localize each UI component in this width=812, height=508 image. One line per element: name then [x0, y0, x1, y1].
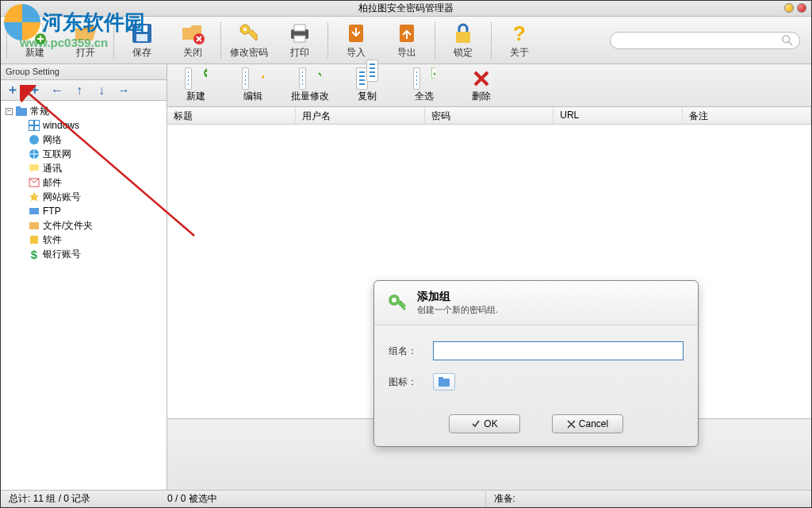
- dollar-icon: $: [28, 248, 40, 260]
- svg-rect-13: [456, 32, 470, 43]
- windows-icon: [28, 119, 40, 132]
- export-button[interactable]: 导出: [381, 19, 432, 62]
- search-input[interactable]: [617, 35, 782, 46]
- edit-record-button[interactable]: 编辑: [224, 66, 282, 106]
- svg-line-16: [789, 41, 792, 44]
- col-url[interactable]: URL: [553, 107, 682, 124]
- tree-item[interactable]: windows: [4, 118, 163, 133]
- svg-point-34: [392, 298, 396, 302]
- svg-rect-10: [294, 36, 305, 42]
- about-button[interactable]: ? 关于: [494, 19, 545, 62]
- tree-item[interactable]: 软件: [4, 233, 163, 247]
- folder-open-icon: [73, 21, 98, 46]
- files-icon: [28, 219, 40, 232]
- tree-item[interactable]: 互联网: [4, 147, 163, 161]
- lock-button[interactable]: 锁定: [438, 19, 488, 62]
- main-toolbar: 新建 打开 保存 关闭 修改密码 打印 导入 导出 锁定 ? 关于: [1, 17, 811, 64]
- svg-rect-26: [29, 164, 39, 171]
- tree-item[interactable]: $银行账号: [4, 247, 163, 261]
- add-group-button[interactable]: ＋: [6, 83, 20, 98]
- column-headers: 标题 用户名 密码 URL 备注: [167, 107, 811, 125]
- new-file-icon: [22, 21, 48, 46]
- svg-rect-18: [16, 106, 21, 109]
- svg-point-15: [783, 35, 790, 42]
- group-setting-header: Group Setting: [1, 64, 167, 80]
- batch-edit-button[interactable]: 批量修改: [282, 66, 339, 106]
- check-icon: [471, 419, 481, 429]
- sheet-batch-icon: [299, 67, 321, 90]
- move-left-button[interactable]: ←: [50, 83, 64, 98]
- move-down-button[interactable]: ↓: [94, 83, 109, 98]
- col-user[interactable]: 用户名: [296, 107, 424, 124]
- collapse-icon[interactable]: −: [6, 108, 13, 115]
- main-panel: 新建 编辑 批量修改 复制 全选 删除 标题 用户名 密码 URL 备注 添加组…: [167, 64, 811, 490]
- dialog-title: 添加组: [417, 290, 498, 304]
- svg-rect-36: [439, 377, 443, 379]
- svg-rect-35: [439, 379, 450, 387]
- tree-item[interactable]: 网站账号: [4, 190, 163, 204]
- group-name-input[interactable]: [433, 341, 684, 360]
- record-list[interactable]: 添加组 创建一个新的密码组. 组名： 图标： OK C: [167, 125, 811, 418]
- select-all-button[interactable]: 全选: [396, 66, 453, 106]
- tree-root[interactable]: − 常规: [4, 104, 163, 118]
- tree-item[interactable]: 邮件: [4, 175, 163, 190]
- choose-icon-button[interactable]: [433, 373, 455, 391]
- help-icon: ?: [507, 21, 532, 46]
- move-up-button[interactable]: ↑: [72, 83, 86, 98]
- ftp-icon: [28, 205, 40, 217]
- open-button[interactable]: 打开: [60, 19, 111, 62]
- svg-point-7: [243, 28, 247, 31]
- new-button[interactable]: 新建: [10, 19, 60, 62]
- key-icon: [385, 291, 409, 315]
- svg-text:?: ?: [513, 21, 526, 45]
- x-icon: [567, 420, 576, 429]
- tree-item[interactable]: 网络: [4, 133, 163, 147]
- add-group-dialog: 添加组 创建一个新的密码组. 组名： 图标： OK C: [373, 280, 699, 447]
- svg-rect-21: [35, 121, 39, 125]
- dialog-subtitle: 创建一个新的密码组.: [417, 304, 498, 316]
- tree-item[interactable]: 文件/文件夹: [4, 218, 163, 233]
- delete-icon: [470, 67, 492, 90]
- import-button[interactable]: 导入: [331, 19, 381, 62]
- group-name-label: 组名：: [389, 344, 423, 358]
- save-button[interactable]: 保存: [117, 19, 167, 62]
- group-tree[interactable]: − 常规 windows 网络 互联网 通讯 邮件 网站账号 FTP 文件/文件…: [1, 101, 167, 490]
- status-ready: 准备:: [486, 491, 812, 507]
- status-bar: 总计: 11 组 / 0 记录 0 / 0 被选中 准备:: [1, 490, 811, 507]
- close-file-button[interactable]: 关闭: [167, 19, 218, 62]
- svg-rect-22: [29, 126, 33, 130]
- folder-icon: [438, 376, 450, 387]
- folder-icon: [15, 105, 28, 117]
- col-note[interactable]: 备注: [683, 107, 811, 124]
- key-icon: [236, 21, 262, 46]
- window-title: 柏拉图安全密码管理器: [358, 2, 454, 15]
- col-title[interactable]: 标题: [167, 107, 296, 124]
- title-bar: 柏拉图安全密码管理器: [1, 1, 811, 17]
- lock-icon: [450, 21, 476, 46]
- minimize-button[interactable]: [784, 3, 794, 13]
- sheet-add-icon: [185, 67, 207, 90]
- print-button[interactable]: 打印: [274, 19, 325, 62]
- mail-icon: [28, 176, 40, 189]
- add-subgroup-button[interactable]: ＋: [28, 83, 42, 98]
- ok-button[interactable]: OK: [449, 414, 520, 433]
- close-window-button[interactable]: [797, 3, 806, 13]
- tree-item[interactable]: FTP: [4, 204, 163, 218]
- status-total: 总计: 11 组 / 0 记录: [1, 491, 159, 507]
- search-box[interactable]: [610, 32, 800, 49]
- cancel-button[interactable]: Cancel: [552, 414, 623, 433]
- change-password-button[interactable]: 修改密码: [224, 19, 274, 62]
- svg-rect-17: [16, 108, 27, 116]
- delete-record-button[interactable]: 删除: [453, 66, 510, 106]
- chat-icon: [28, 162, 40, 175]
- svg-rect-20: [29, 121, 33, 125]
- copy-record-button[interactable]: 复制: [339, 66, 396, 106]
- printer-icon: [287, 21, 312, 46]
- globe-icon: [28, 148, 40, 160]
- new-record-button[interactable]: 新建: [167, 66, 224, 106]
- move-right-button[interactable]: →: [117, 83, 131, 98]
- svg-rect-3: [136, 25, 147, 32]
- tree-item[interactable]: 通讯: [4, 161, 163, 175]
- record-toolbar: 新建 编辑 批量修改 复制 全选 删除: [167, 64, 811, 107]
- col-password[interactable]: 密码: [425, 107, 553, 124]
